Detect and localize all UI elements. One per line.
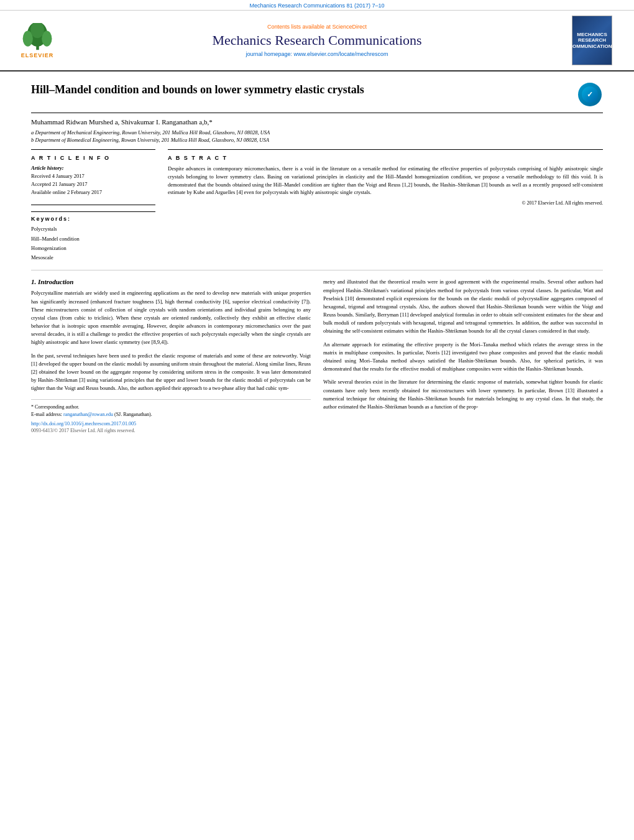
section-1-right-para-3: While several theories exist in the lite…: [323, 378, 603, 411]
journal-thumbnail: MECHANICS RESEARCH COMMUNICATIONS: [572, 16, 615, 65]
paper-title-section: Hill–Mandel condition and bounds on lowe…: [31, 83, 603, 113]
header-center: Contents lists available at ScienceDirec…: [62, 24, 572, 57]
copyright-line: © 2017 Elsevier Ltd. All rights reserved…: [168, 200, 603, 206]
section-divider: [31, 270, 603, 270]
thumb-title: MECHANICS RESEARCH COMMUNICATIONS: [566, 29, 618, 52]
article-info-column: A R T I C L E I N F O Article history: R…: [31, 149, 155, 262]
keyword-4: Mesoscale: [31, 253, 155, 262]
issn-line: 0093-6413/© 2017 Elsevier Ltd. All right…: [31, 428, 311, 433]
history-label: Article history:: [31, 165, 155, 171]
body-right-column: metry and illustrated that the theoretic…: [323, 278, 603, 433]
abstract-text: Despite advances in contemporary microme…: [168, 165, 603, 196]
body-left-column: 1. Introduction Polycrystalline material…: [31, 278, 311, 433]
svg-text:✓: ✓: [587, 90, 593, 99]
paper-title: Hill–Mandel condition and bounds on lowe…: [31, 83, 572, 97]
affiliations: a Department of Mechanical Engineering, …: [31, 129, 603, 143]
sciencedirect-notice: Contents lists available at ScienceDirec…: [62, 24, 572, 30]
elsevier-label: ELSEVIER: [21, 52, 54, 58]
keyword-2: Hill–Mandel condition: [31, 234, 155, 244]
doi-line[interactable]: http://dx.doi.org/10.1016/j.mechrescom.2…: [31, 421, 311, 427]
elsevier-logo: ELSEVIER: [12, 23, 62, 58]
crossmark-badge: ✓: [578, 83, 603, 108]
section-1-right-para-2: An alternate approach for estimating the…: [323, 341, 603, 374]
abstract-column: A B S T R A C T Despite advances in cont…: [168, 149, 603, 262]
keyword-1: Polycrystals: [31, 224, 155, 234]
section-1-heading: 1. Introduction: [31, 278, 311, 285]
accepted-date: Accepted 21 January 2017: [31, 180, 155, 188]
keywords-title: Keywords:: [31, 216, 155, 222]
abstract-section: A B S T R A C T Despite advances in cont…: [168, 149, 603, 206]
body-section: 1. Introduction Polycrystalline material…: [31, 278, 603, 433]
article-info-box: A R T I C L E I N F O Article history: R…: [31, 149, 155, 205]
section-1-right-para-1: metry and illustrated that the theoretic…: [323, 278, 603, 335]
crossmark-icon: ✓: [581, 86, 599, 103]
received-date: Received 4 January 2017: [31, 172, 155, 180]
paper-container: Hill–Mandel condition and bounds on lowe…: [0, 72, 634, 445]
keyword-3: Homogenization: [31, 244, 155, 253]
article-meta-section: A R T I C L E I N F O Article history: R…: [31, 149, 603, 262]
journal-homepage: journal homepage: www.elsevier.com/locat…: [62, 51, 572, 57]
affiliation-a: a Department of Mechanical Engineering, …: [31, 129, 603, 136]
affiliation-b: b Department of Biomedical Engineering, …: [31, 137, 603, 143]
journal-title: Mechanics Research Communications: [62, 32, 572, 48]
journal-header: ELSEVIER Contents lists available at Sci…: [0, 10, 634, 72]
author-email[interactable]: ranganathan@rowan.edu: [63, 412, 113, 417]
available-date: Available online 2 February 2017: [31, 188, 155, 196]
article-history: Article history: Received 4 January 2017…: [31, 165, 155, 196]
authors: Muhammad Ridwan Murshed a, Shivakumar I.…: [31, 118, 603, 126]
top-bar: Mechanics Research Communications 81 (20…: [0, 0, 634, 10]
section-1-para-1: Polycrystalline materials are widely use…: [31, 289, 311, 346]
journal-reference: Mechanics Research Communications 81 (20…: [249, 2, 384, 9]
abstract-title: A B S T R A C T: [168, 155, 603, 161]
elsevier-tree-icon: [21, 23, 55, 51]
section-1-para-2: In the past, several techniques have bee…: [31, 352, 311, 393]
keywords-section: Keywords: Polycrystals Hill–Mandel condi…: [31, 211, 155, 262]
footnote-section: * Corresponding author. E-mail address: …: [31, 399, 311, 418]
article-info-title: A R T I C L E I N F O: [31, 155, 155, 161]
corresponding-author-note: * Corresponding author.: [31, 404, 311, 411]
email-line: E-mail address: ranganathan@rowan.edu (S…: [31, 411, 311, 418]
